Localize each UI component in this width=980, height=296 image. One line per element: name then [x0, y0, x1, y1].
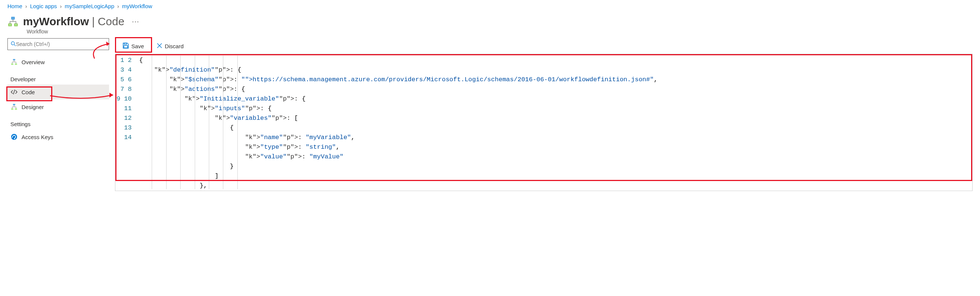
search-input-wrap[interactable] [8, 38, 109, 50]
code-icon [10, 88, 18, 96]
search-icon [11, 41, 16, 48]
page-section: Code [98, 15, 125, 28]
content-pane: Save Discard 1 2 3 4 5 6 7 8 9 10 11 12 … [115, 38, 972, 191]
svg-rect-13 [124, 43, 126, 45]
sidebar-item-code[interactable]: Code [8, 84, 109, 99]
discard-button[interactable]: Discard [153, 40, 187, 52]
discard-button-label: Discard [165, 43, 184, 49]
svg-line-4 [14, 45, 16, 46]
svg-rect-9 [11, 108, 13, 110]
code-editor[interactable]: 1 2 3 4 5 6 7 8 9 10 11 12 13 14 { "k">"… [115, 54, 972, 191]
breadcrumb-logic-apps[interactable]: Logic apps [30, 3, 57, 9]
workflow-icon [8, 16, 19, 27]
sidebar: Overview Developer Code Designer Setting… [8, 38, 115, 191]
sidebar-item-label: Code [22, 89, 35, 95]
save-button-label: Save [131, 43, 144, 49]
page-title: myWorkflow [23, 15, 89, 28]
breadcrumb-home[interactable]: Home [8, 3, 22, 9]
designer-icon [10, 103, 18, 111]
chevron-right-icon: › [117, 3, 119, 9]
svg-rect-7 [15, 64, 17, 65]
sidebar-item-label: Overview [22, 59, 45, 65]
sidebar-item-access-keys[interactable]: Access Keys [8, 129, 109, 144]
sidebar-item-overview[interactable]: Overview [8, 54, 109, 69]
svg-rect-2 [14, 24, 18, 26]
chevron-right-icon: › [60, 3, 62, 9]
svg-rect-10 [15, 108, 17, 110]
svg-rect-1 [8, 24, 11, 26]
sidebar-section-settings: Settings [8, 114, 109, 129]
workflow-icon [10, 58, 18, 66]
svg-point-11 [11, 134, 17, 140]
more-actions-button[interactable]: ⋯ [129, 16, 142, 27]
sidebar-item-designer[interactable]: Designer [8, 99, 109, 114]
breadcrumb-sample-app[interactable]: mySampleLogicApp [65, 3, 114, 9]
code-content[interactable]: { "k">"definition""p">: { "k">"$schema""… [138, 54, 972, 191]
sidebar-item-label: Access Keys [22, 134, 53, 140]
sidebar-section-developer: Developer [8, 69, 109, 84]
svg-rect-8 [13, 104, 15, 105]
svg-rect-0 [11, 17, 14, 19]
toolbar: Save Discard [115, 38, 972, 54]
line-number-gutter: 1 2 3 4 5 6 7 8 9 10 11 12 13 14 [115, 54, 135, 191]
svg-rect-6 [11, 64, 13, 65]
save-icon [123, 42, 129, 50]
title-separator: | [92, 15, 95, 28]
chevron-right-icon: › [25, 3, 27, 9]
sidebar-item-label: Designer [22, 104, 44, 110]
svg-rect-14 [124, 46, 127, 48]
breadcrumb-workflow[interactable]: myWorkflow [122, 3, 152, 9]
page-header: myWorkflow | Code ⋯ [0, 12, 980, 30]
svg-point-3 [11, 41, 14, 45]
svg-rect-5 [13, 59, 15, 60]
page-subtitle: Workflow [0, 29, 980, 35]
access-keys-icon [10, 133, 18, 141]
breadcrumb: Home › Logic apps › mySampleLogicApp › m… [0, 0, 980, 12]
save-button[interactable]: Save [119, 41, 148, 52]
search-input[interactable] [16, 41, 106, 47]
close-icon [156, 42, 162, 51]
